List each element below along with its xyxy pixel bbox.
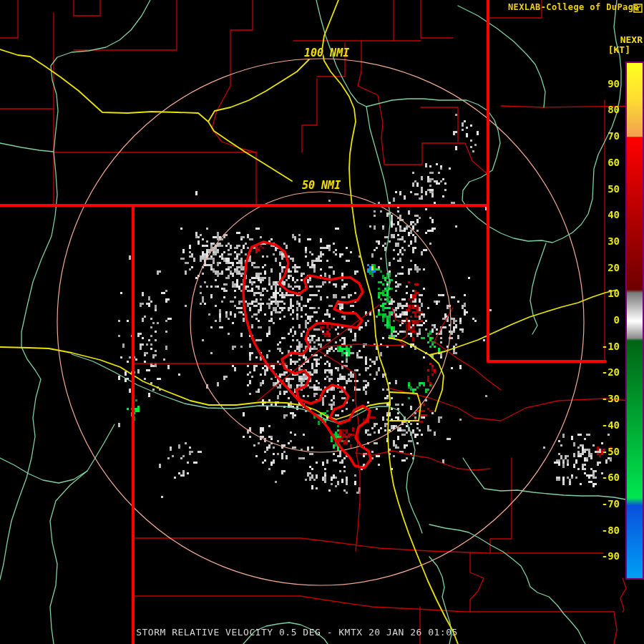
stream-line — [366, 107, 390, 291]
stream-line — [0, 143, 54, 152]
page-title: NEXLAB-College of DuPage — [508, 2, 639, 12]
county-boundary-line — [318, 344, 406, 351]
colorbar-tick-label: -10 — [585, 341, 620, 352]
nexlab-logo-icon — [633, 2, 643, 11]
county-boundary-line — [614, 612, 617, 644]
radar-map — [0, 0, 644, 644]
county-boundary-line — [620, 578, 626, 612]
range-ring-label-50nmi: 50 NMI — [302, 179, 341, 192]
colorbar-tick-label: -60 — [585, 472, 620, 483]
colorbar-tick-label: 0 — [585, 314, 620, 326]
state-border-line — [488, 0, 605, 361]
colorbar-tick-label: 40 — [585, 209, 620, 220]
colorbar-tick-label: 90 — [585, 78, 620, 89]
county-boundary-line — [434, 308, 501, 390]
stream-line — [0, 0, 150, 580]
county-boundary-line — [74, 0, 100, 16]
colorbar-units-label: [KT] — [608, 44, 630, 55]
highway-line — [208, 59, 309, 122]
colorbar-tick-label: 60 — [585, 157, 620, 168]
county-boundary-line — [470, 553, 484, 612]
county-boundary-line — [0, 0, 18, 38]
colorbar-tick-label: -30 — [585, 393, 620, 404]
radar-display-screen: NEXLAB-College of DuPage NEXR [KT] 90807… — [0, 0, 644, 644]
stream-line — [0, 424, 114, 483]
colorbar-tick-label: 70 — [585, 130, 620, 142]
county-boundary-line — [133, 596, 614, 612]
stream-line — [50, 471, 87, 644]
stream-line — [458, 6, 545, 107]
county-boundary-line — [421, 0, 453, 38]
colorbar-tick-label: 10 — [585, 288, 620, 299]
county-boundary-line — [212, 86, 256, 152]
county-boundary-line — [133, 538, 603, 553]
colorbar-tick-label: 50 — [585, 183, 620, 195]
colorbar-tick-label: -70 — [585, 498, 620, 509]
colorbar-tick-label: -90 — [585, 550, 620, 562]
range-ring-100nmi — [57, 59, 584, 585]
colorbar-tick-label: 80 — [585, 104, 620, 115]
highway-line — [322, 0, 458, 644]
county-boundary-line — [501, 106, 644, 107]
highway-line — [429, 355, 444, 411]
county-boundary-line — [490, 458, 512, 553]
stream-line — [72, 354, 422, 533]
highway-line — [390, 392, 421, 421]
colorbar-tick-label: -40 — [585, 419, 620, 431]
stream-line — [429, 525, 585, 644]
stream-line — [530, 243, 546, 334]
colorbar-tick-label: -80 — [585, 525, 620, 536]
status-bar: STORM RELATIVE VELOCITY 0.5 DEG - KMTX 2… — [0, 627, 594, 638]
county-boundary-line — [356, 451, 490, 470]
velocity-colorbar — [625, 62, 644, 580]
colorbar-tick-label: 30 — [585, 235, 620, 247]
colorbar-tick-label: -20 — [585, 366, 620, 378]
range-ring-label-100nmi: 100 NMI — [304, 47, 349, 59]
colorbar-tick-label: -50 — [585, 446, 620, 457]
colorbar-tick-label: 20 — [585, 262, 620, 273]
county-boundary-line — [302, 79, 317, 152]
county-boundary-line — [421, 107, 458, 142]
lake-shoreline — [243, 242, 371, 468]
colorbar-title: NEXR — [620, 34, 643, 45]
county-boundary-line — [74, 0, 177, 50]
